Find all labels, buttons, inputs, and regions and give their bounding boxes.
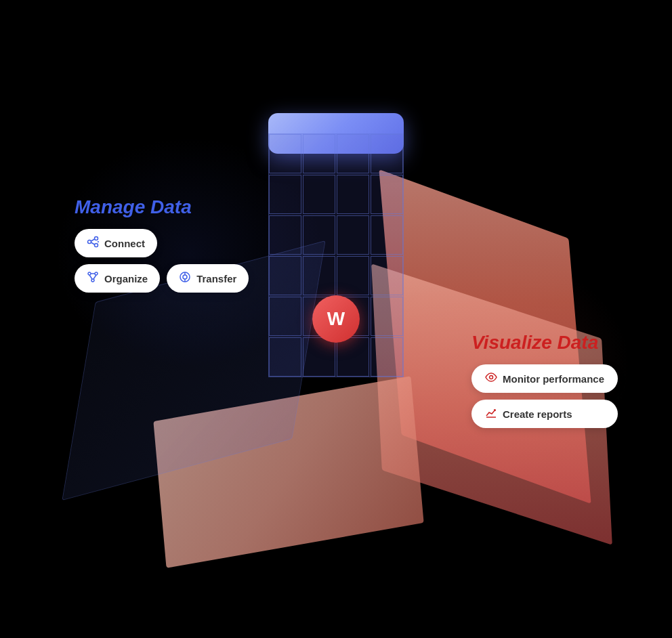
- create-reports-label: Create reports: [503, 408, 572, 420]
- visualize-data-panel: Visualize Data Monitor performance: [471, 332, 618, 428]
- grid-cell: [303, 134, 335, 173]
- svg-line-12: [93, 275, 96, 279]
- svg-point-17: [489, 376, 492, 379]
- grid-cell: [371, 215, 403, 255]
- grid-cell: [269, 175, 301, 214]
- create-reports-button[interactable]: Create reports: [471, 400, 618, 428]
- grid-cell: [371, 256, 403, 295]
- grid-cell: [337, 337, 369, 377]
- connect-label: Connect: [104, 238, 145, 249]
- transfer-icon: [179, 271, 191, 286]
- svg-point-14: [183, 275, 187, 279]
- manage-data-title: Manage Data: [75, 196, 249, 218]
- grid-cell: [337, 215, 369, 255]
- svg-line-4: [91, 242, 95, 244]
- svg-point-2: [95, 244, 98, 247]
- connect-icon: [87, 236, 99, 251]
- svg-point-9: [91, 279, 94, 282]
- transfer-button[interactable]: Transfer: [167, 264, 249, 293]
- manage-data-panel: Manage Data Conn: [75, 196, 249, 299]
- grid-cell: [371, 134, 403, 173]
- svg-point-8: [95, 272, 98, 275]
- manage-data-row-1: Connect: [75, 229, 249, 257]
- w-logo: W: [312, 295, 360, 343]
- grid-cell: [371, 297, 403, 336]
- grid-cell: [269, 134, 301, 173]
- visualize-data-title: Visualize Data: [471, 332, 618, 354]
- visualize-data-buttons: Monitor performance Create reports: [471, 364, 618, 428]
- grid-cell: [337, 256, 369, 295]
- monitor-performance-label: Monitor performance: [503, 373, 604, 385]
- svg-point-0: [88, 240, 91, 244]
- logo-letter: W: [327, 308, 345, 330]
- svg-point-7: [88, 272, 91, 275]
- organize-button[interactable]: Organize: [75, 264, 160, 293]
- svg-line-11: [89, 275, 92, 279]
- svg-line-3: [91, 239, 95, 241]
- grid-cell: [371, 337, 403, 377]
- transfer-label: Transfer: [196, 273, 236, 284]
- grid-cell: [337, 175, 369, 214]
- chart-icon: [485, 406, 497, 421]
- organize-icon: [87, 271, 99, 286]
- iso-container: W: [133, 72, 539, 547]
- manage-data-buttons: Connect Organize: [75, 229, 249, 293]
- manage-data-row-2: Organize Transfer: [75, 264, 249, 293]
- grid-cell: [303, 175, 335, 214]
- svg-point-1: [95, 237, 98, 240]
- scene: W Manage Data: [0, 0, 672, 638]
- eye-icon: [485, 371, 497, 386]
- monitor-performance-button[interactable]: Monitor performance: [471, 364, 618, 393]
- organize-label: Organize: [104, 273, 148, 284]
- grid-cell: [371, 175, 403, 214]
- connect-button[interactable]: Connect: [75, 229, 157, 257]
- grid-cell: [337, 134, 369, 173]
